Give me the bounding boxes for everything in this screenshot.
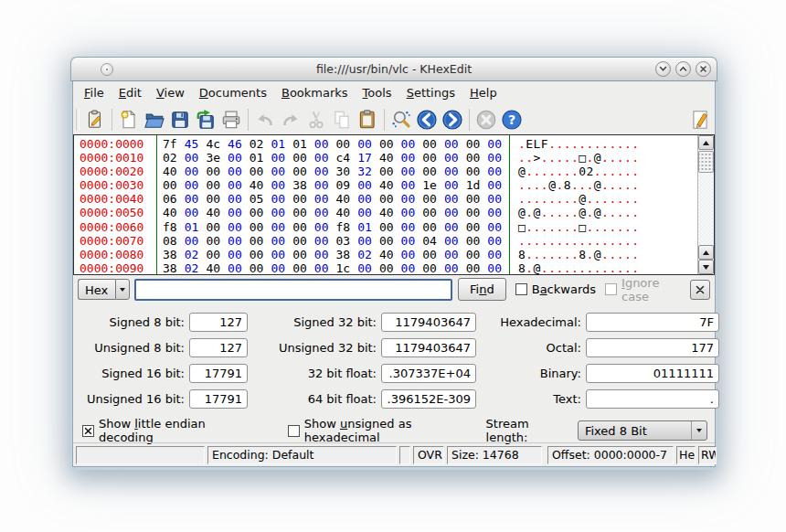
- ascii-char[interactable]: .: [534, 234, 541, 248]
- octal-field[interactable]: 177: [586, 338, 719, 357]
- hex-byte[interactable]: 40: [163, 206, 185, 219]
- hex-byte[interactable]: 00: [314, 234, 336, 248]
- hex-byte[interactable]: 00: [487, 165, 509, 178]
- ascii-char[interactable]: □: [579, 151, 586, 165]
- toolbar-drag-handle[interactable]: [76, 109, 80, 131]
- ascii-char[interactable]: @: [594, 151, 601, 165]
- ascii-char[interactable]: .: [541, 206, 548, 219]
- scroll-up-button-2[interactable]: [698, 245, 714, 260]
- ascii-char[interactable]: .: [564, 165, 571, 178]
- hex-byte[interactable]: 00: [185, 206, 207, 219]
- signed-16bit-field[interactable]: 17791: [189, 364, 248, 383]
- unsigned-32bit-field[interactable]: 1179403647: [381, 338, 476, 357]
- hex-byte[interactable]: 00: [487, 178, 509, 192]
- hex-byte[interactable]: 00: [292, 234, 314, 248]
- ascii-char[interactable]: .: [632, 206, 639, 219]
- hex-byte[interactable]: 00: [422, 248, 444, 261]
- hex-byte[interactable]: 00: [379, 220, 401, 234]
- hex-byte[interactable]: 40: [163, 165, 185, 178]
- hex-byte[interactable]: 01: [292, 137, 314, 151]
- ascii-char[interactable]: E: [526, 137, 533, 151]
- hex-byte[interactable]: 00: [487, 192, 509, 206]
- ascii-char[interactable]: .: [534, 192, 541, 206]
- hex-byte[interactable]: 01: [357, 220, 379, 234]
- ascii-char[interactable]: .: [632, 261, 639, 275]
- hex-byte[interactable]: 40: [379, 206, 401, 219]
- ascii-char[interactable]: .: [534, 220, 541, 234]
- hex-byte[interactable]: 00: [228, 220, 250, 234]
- ascii-char[interactable]: .: [564, 151, 571, 165]
- hex-byte[interactable]: 00: [271, 220, 292, 234]
- hex-byte[interactable]: 40: [206, 261, 228, 275]
- hex-byte[interactable]: 38: [292, 178, 314, 192]
- find-button[interactable]: Find: [458, 278, 506, 301]
- hex-byte[interactable]: 00: [401, 137, 423, 151]
- hex-byte[interactable]: 00: [314, 137, 336, 151]
- hex-byte[interactable]: 00: [228, 178, 250, 192]
- ascii-char[interactable]: .: [556, 206, 563, 219]
- ascii-char[interactable]: .: [526, 151, 533, 165]
- ascii-column[interactable]: ....@.8...@.....: [518, 178, 640, 192]
- ascii-char[interactable]: .: [609, 248, 616, 261]
- menu-item-documents[interactable]: Documents: [192, 84, 274, 101]
- ascii-char[interactable]: .: [587, 220, 594, 234]
- ascii-char[interactable]: .: [564, 192, 571, 206]
- ascii-char[interactable]: .: [526, 206, 533, 219]
- hex-byte[interactable]: 00: [271, 151, 292, 165]
- ascii-char[interactable]: L: [534, 137, 541, 151]
- ascii-char[interactable]: .: [571, 234, 579, 248]
- new-document-icon[interactable]: [116, 107, 142, 133]
- hex-byte[interactable]: 00: [271, 206, 292, 219]
- hex-byte[interactable]: 40: [379, 151, 401, 165]
- ascii-char[interactable]: .: [594, 220, 601, 234]
- hex-byte[interactable]: 02: [357, 248, 379, 261]
- hex-byte[interactable]: 40: [379, 178, 401, 192]
- hex-row[interactable]: 0000:00007f454c4602010100000000000000000…: [80, 137, 714, 151]
- search-type-combo[interactable]: Hex: [78, 279, 130, 300]
- hex-byte[interactable]: 00: [422, 165, 444, 178]
- hex-byte[interactable]: 00: [487, 206, 509, 219]
- hex-byte[interactable]: 00: [228, 206, 250, 219]
- hex-bytes[interactable]: 40000000000000003032000000000000: [156, 165, 509, 178]
- ascii-char[interactable]: .: [541, 178, 548, 192]
- ascii-char[interactable]: .: [594, 165, 601, 178]
- ascii-column[interactable]: ..>.....□.@.....: [518, 151, 640, 165]
- ascii-char[interactable]: .: [526, 165, 533, 178]
- ascii-column[interactable]: 8.......8.@.....: [518, 248, 640, 261]
- ascii-column[interactable]: @.@.....@.@.....: [518, 206, 640, 219]
- edit-document-icon[interactable]: [687, 107, 713, 133]
- hex-byte[interactable]: 00: [314, 192, 336, 206]
- ascii-char[interactable]: .: [526, 234, 533, 248]
- ascii-char[interactable]: .: [534, 178, 541, 192]
- ascii-column[interactable]: ................: [518, 234, 640, 248]
- hex-byte[interactable]: 00: [379, 137, 401, 151]
- stream-length-combo[interactable]: Fixed 8 Bit: [578, 420, 707, 441]
- hex-byte[interactable]: 17: [357, 151, 379, 165]
- ascii-char[interactable]: .: [571, 192, 579, 206]
- hex-byte[interactable]: 00: [357, 178, 379, 192]
- ascii-char[interactable]: .: [624, 151, 632, 165]
- ascii-char[interactable]: 8: [564, 178, 571, 192]
- hex-byte[interactable]: 00: [228, 151, 250, 165]
- open-folder-icon[interactable]: [142, 107, 167, 133]
- menu-item-bookmarks[interactable]: Bookmarks: [274, 84, 356, 101]
- ascii-char[interactable]: .: [564, 137, 571, 151]
- unsigned-hex-checkbox-group[interactable]: Show unsigned as hexadecimal: [288, 417, 486, 444]
- ascii-char[interactable]: .: [564, 234, 571, 248]
- ascii-char[interactable]: .: [617, 220, 624, 234]
- hex-byte[interactable]: 00: [444, 151, 466, 165]
- hex-row[interactable]: 0000:00700800000000000000030000000400000…: [80, 234, 714, 248]
- ascii-char[interactable]: .: [632, 234, 639, 248]
- ascii-char[interactable]: 8: [579, 248, 586, 261]
- hex-byte[interactable]: 00: [401, 206, 423, 219]
- hex-byte[interactable]: 00: [271, 261, 292, 275]
- ascii-char[interactable]: .: [571, 261, 579, 275]
- hex-byte[interactable]: 00: [466, 261, 488, 275]
- ascii-char[interactable]: .: [617, 206, 624, 219]
- hex-byte[interactable]: 1e: [422, 178, 444, 192]
- hex-byte[interactable]: 00: [206, 178, 228, 192]
- hex-byte[interactable]: 45: [185, 137, 207, 151]
- ascii-char[interactable]: .: [609, 151, 616, 165]
- hex-byte[interactable]: 00: [314, 178, 336, 192]
- ascii-char[interactable]: .: [526, 220, 533, 234]
